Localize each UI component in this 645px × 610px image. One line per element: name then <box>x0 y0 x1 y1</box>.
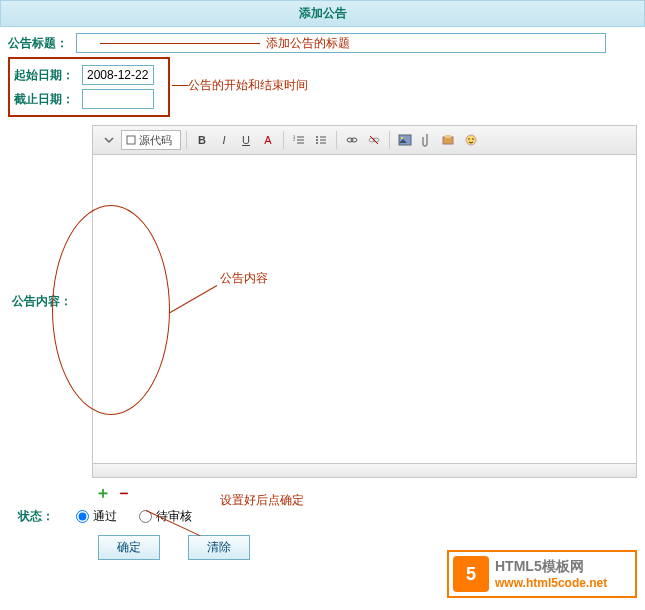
svg-rect-0 <box>127 136 135 144</box>
rich-text-editor: 公告内容 源代码 B I U A 12 <box>92 125 637 478</box>
watermark-url: www.html5code.net <box>495 576 607 590</box>
svg-point-6 <box>316 136 318 138</box>
collapse-icon[interactable] <box>99 130 119 150</box>
svg-point-13 <box>351 138 357 142</box>
separator <box>336 131 337 149</box>
watermark-title: HTML5模板网 <box>495 558 607 576</box>
source-button[interactable]: 源代码 <box>121 130 181 150</box>
svg-line-16 <box>370 136 378 144</box>
separator <box>186 131 187 149</box>
radio-pass-input[interactable] <box>76 510 89 523</box>
svg-point-8 <box>316 142 318 144</box>
resize-handle[interactable] <box>92 464 637 478</box>
svg-text:2: 2 <box>293 137 296 142</box>
underline-button[interactable]: U <box>236 130 256 150</box>
editor-toolbar: 源代码 B I U A 12 <box>92 125 637 154</box>
end-date-label: 截止日期： <box>14 91 82 108</box>
ordered-list-button[interactable]: 12 <box>289 130 309 150</box>
svg-point-18 <box>401 137 403 139</box>
annotation-date: 公告的开始和结束时间 <box>188 77 308 94</box>
separator <box>283 131 284 149</box>
title-label: 公告标题： <box>8 35 76 52</box>
content-label: 公告内容： <box>12 294 72 308</box>
svg-point-7 <box>316 139 318 141</box>
add-button[interactable]: ＋ <box>94 484 112 502</box>
start-date-input[interactable] <box>82 65 154 85</box>
watermark-logo: 5 <box>453 556 489 592</box>
watermark-badge: 5 HTML5模板网 www.html5code.net <box>447 550 637 598</box>
svg-point-23 <box>472 138 474 140</box>
link-button[interactable] <box>342 130 362 150</box>
media-button[interactable] <box>439 130 459 150</box>
page-title: 添加公告 <box>299 6 347 20</box>
start-date-label: 起始日期： <box>14 67 82 84</box>
image-button[interactable] <box>395 130 415 150</box>
annotation-submit: 设置好后点确定 <box>220 492 304 509</box>
annotation-arrow <box>172 85 188 86</box>
source-label: 源代码 <box>139 133 172 148</box>
unlink-button[interactable] <box>364 130 384 150</box>
annotation-arrow <box>100 43 260 44</box>
unordered-list-button[interactable] <box>311 130 331 150</box>
clear-button[interactable]: 清除 <box>188 535 250 560</box>
ok-button[interactable]: 确定 <box>98 535 160 560</box>
status-label: 状态： <box>18 508 62 525</box>
attachment-button[interactable] <box>417 130 437 150</box>
separator <box>389 131 390 149</box>
svg-rect-19 <box>443 137 453 144</box>
font-color-button[interactable]: A <box>258 130 278 150</box>
svg-point-22 <box>468 138 470 140</box>
italic-button[interactable]: I <box>214 130 234 150</box>
annotation-title: 添加公告的标题 <box>266 35 350 52</box>
date-section: 起始日期： 截止日期： <box>8 57 170 117</box>
svg-rect-17 <box>399 135 411 145</box>
page-title-bar: 添加公告 <box>0 0 645 27</box>
svg-rect-20 <box>445 135 451 138</box>
end-date-input[interactable] <box>82 89 154 109</box>
remove-button[interactable]: － <box>115 484 133 502</box>
emoji-button[interactable] <box>461 130 481 150</box>
status-radio-pass[interactable]: 通过 <box>76 508 117 525</box>
annotation-content: 公告内容 <box>220 270 268 287</box>
bold-button[interactable]: B <box>192 130 212 150</box>
radio-pass-label: 通过 <box>93 508 117 525</box>
